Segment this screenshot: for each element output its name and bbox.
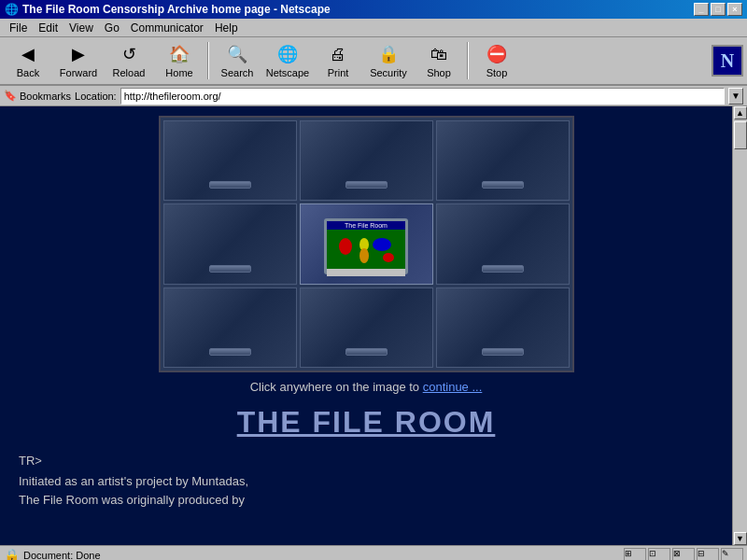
drawer-handle <box>209 181 251 189</box>
monitor-title-bar: The File Room <box>327 221 405 230</box>
drawer-handle <box>345 348 388 356</box>
status-btn-1[interactable]: ⊞ <box>624 548 646 561</box>
title-bar: 🌐 The File Room Censorship Archive home … <box>0 0 747 19</box>
netscape-label: Netscape <box>266 67 309 78</box>
menu-edit[interactable]: Edit <box>33 20 63 36</box>
menu-bar: File Edit View Go Communicator Help <box>0 19 747 37</box>
netscape-logo: N <box>712 45 743 77</box>
title-bar-left: 🌐 The File Room Censorship Archive home … <box>5 3 331 16</box>
drawer-handle <box>345 181 388 189</box>
search-button[interactable]: 🔍 Search <box>213 39 261 82</box>
status-btn-4[interactable]: ⊟ <box>697 548 719 561</box>
stop-icon: ⛔ <box>486 43 508 65</box>
url-input[interactable] <box>120 88 725 105</box>
drawer-bot-left <box>163 287 297 368</box>
drawer-top-center <box>300 120 433 201</box>
maximize-button[interactable]: □ <box>711 3 726 16</box>
toolbar: ◀ Back ▶ Forward ↺ Reload 🏠 Home 🔍 Searc… <box>0 37 747 86</box>
print-button[interactable]: 🖨 Print <box>314 39 362 82</box>
cabinet-image[interactable]: The File Room <box>159 116 574 372</box>
svg-point-4 <box>373 238 391 251</box>
drawer-handle <box>482 265 524 273</box>
desc-line1: Initiated as an artist's project by Munt… <box>19 474 248 488</box>
home-label: Home <box>165 67 192 78</box>
drawer-handle <box>209 348 251 356</box>
browser-icon: 🌐 <box>5 3 19 16</box>
toolbar-separator-1 <box>207 42 209 79</box>
scroll-thumb[interactable] <box>734 121 747 149</box>
status-btn-3[interactable]: ⊠ <box>672 548 695 561</box>
print-label: Print <box>328 67 349 78</box>
shop-button[interactable]: 🛍 Shop <box>415 39 463 82</box>
description-text: Initiated as an artist's project by Munt… <box>19 472 248 509</box>
minimize-button[interactable]: _ <box>694 3 709 16</box>
page-content[interactable]: The File Room <box>0 106 732 545</box>
svg-point-1 <box>339 238 352 255</box>
search-label: Search <box>221 67 254 78</box>
shop-label: Shop <box>427 67 451 78</box>
shop-icon: 🛍 <box>428 43 450 65</box>
back-label: Back <box>17 67 39 78</box>
monitor-footer <box>327 269 405 276</box>
menu-view[interactable]: View <box>63 20 99 36</box>
forward-label: Forward <box>60 67 97 78</box>
drawer-mid-right <box>436 203 570 284</box>
menu-help[interactable]: Help <box>209 20 244 36</box>
home-button[interactable]: 🏠 Home <box>155 39 204 82</box>
drawer-handle <box>209 265 251 273</box>
status-bar: 🔒 Document: Done ⊞ ⊡ ⊠ ⊟ ✎ <box>0 545 747 560</box>
netscape-button[interactable]: 🌐 Netscape <box>263 39 312 82</box>
security-label: Security <box>370 67 407 78</box>
search-icon: 🔍 <box>226 43 248 65</box>
scroll-up-button[interactable]: ▲ <box>734 106 747 119</box>
drawer-bot-right <box>436 287 570 368</box>
drawer-handle <box>482 181 524 189</box>
status-icon: 🔒 <box>4 548 20 561</box>
location-dropdown-button[interactable]: ▼ <box>728 88 743 105</box>
world-map-svg <box>329 231 403 267</box>
forward-icon: ▶ <box>67 43 90 65</box>
window-title: The File Room Censorship Archive home pa… <box>22 3 331 16</box>
print-icon: 🖨 <box>327 43 349 65</box>
scrollbar[interactable]: ▲ ▼ <box>732 106 747 545</box>
svg-point-3 <box>359 248 369 263</box>
reload-label: Reload <box>113 67 146 78</box>
security-button[interactable]: 🔒 Security <box>364 39 413 82</box>
netscape-n: N <box>721 50 734 72</box>
stop-label: Stop <box>486 67 508 78</box>
status-btn-5[interactable]: ✎ <box>721 548 743 561</box>
monitor-screen: The File Room <box>324 218 408 274</box>
status-right: ⊞ ⊡ ⊠ ⊟ ✎ <box>624 548 743 561</box>
bookmarks-button[interactable]: 🔖 Bookmarks <box>4 90 71 102</box>
reload-icon: ↺ <box>118 43 140 65</box>
click-text-label: Click anywhere on the image to <box>250 380 419 394</box>
continue-link[interactable]: continue ... <box>423 380 483 394</box>
menu-go[interactable]: Go <box>99 20 125 36</box>
forward-button[interactable]: ▶ Forward <box>54 39 103 82</box>
menu-communicator[interactable]: Communicator <box>125 20 209 36</box>
security-icon: 🔒 <box>377 43 400 65</box>
title-bar-controls[interactable]: _ □ × <box>694 3 742 16</box>
status-text: Document: Done <box>23 550 620 561</box>
close-button[interactable]: × <box>727 3 742 16</box>
stop-button[interactable]: ⛔ Stop <box>472 39 521 82</box>
location-label: Location: <box>75 91 117 102</box>
drawer-handle <box>482 348 524 356</box>
main-title[interactable]: THE FILE ROOM <box>237 405 496 440</box>
menu-file[interactable]: File <box>4 20 33 36</box>
back-button[interactable]: ◀ Back <box>4 39 52 82</box>
drawer-mid-center: The File Room <box>300 203 433 284</box>
svg-point-5 <box>383 253 394 262</box>
reload-button[interactable]: ↺ Reload <box>105 39 153 82</box>
status-btn-2[interactable]: ⊡ <box>648 548 670 561</box>
toolbar-separator-2 <box>467 42 469 79</box>
location-bar: 🔖 Bookmarks Location: ▼ <box>0 86 747 106</box>
cabinet-grid: The File Room <box>161 118 572 371</box>
click-instruction: Click anywhere on the image to continue … <box>250 380 483 394</box>
desc-line2: The File Room was originally produced by <box>19 493 245 507</box>
netscape-icon: 🌐 <box>276 43 299 65</box>
browser-content-wrapper: The File Room <box>0 106 747 545</box>
scroll-down-button[interactable]: ▼ <box>734 532 747 545</box>
back-icon: ◀ <box>17 43 39 65</box>
drawer-top-right <box>436 120 570 201</box>
